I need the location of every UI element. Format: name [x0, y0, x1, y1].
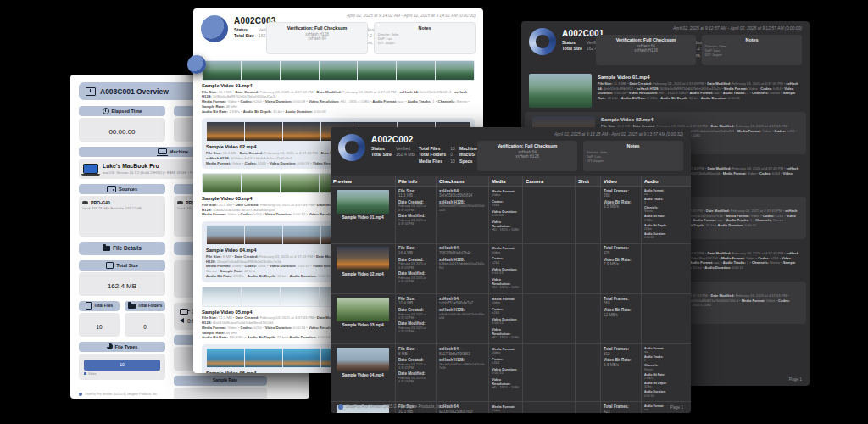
- field-value: 0:00:10: [644, 394, 688, 398]
- macbook-icon: [83, 164, 98, 174]
- shot-cell: [575, 344, 600, 401]
- film-frame-ski: [242, 287, 280, 306]
- field-value: 0:00:10: [492, 371, 520, 376]
- column-header-video: Video: [600, 176, 641, 186]
- report-header: A002C002 StatusVerifiedTotal Files10Mach…: [331, 127, 691, 176]
- field: Audio Format:aac: [644, 347, 688, 354]
- column-header-preview: Preview: [331, 176, 395, 186]
- field: xxHash 64:7082f9b8fa6d7b4c: [439, 246, 486, 255]
- video-filename: Sample Video 02.mp4: [333, 272, 392, 276]
- film-frame-ski: [203, 287, 241, 306]
- meta-label: Audio Bit Depth:: [660, 96, 687, 100]
- column-header-checksum: Checksum: [436, 176, 488, 186]
- video-thumbnail-mountain: [337, 190, 389, 214]
- meta-label: Date Modified:: [707, 166, 731, 170]
- camera-cell: [522, 294, 575, 343]
- folder-icon: [128, 304, 136, 309]
- meta-label: xxHash 64:: [399, 90, 419, 94]
- file-info-cell: File Size:10.4 MBDate Created:February 0…: [395, 294, 436, 343]
- field: Date Created:February 03, 2025 at 4:37:4…: [398, 258, 433, 270]
- shot-cell: [575, 244, 600, 293]
- card-label: Total Files: [94, 304, 113, 308]
- report-date-range: April 02, 2025 at 9:14:02 AM - April 02,…: [347, 13, 476, 18]
- meta-label: Audio Duration:: [286, 109, 313, 114]
- meta-label: Video Duration:: [265, 326, 292, 330]
- video-cell: Total Frames:369Video Bit Rate:12 MB/s: [600, 294, 641, 343]
- meta-label: Audio Format:: [372, 99, 397, 103]
- meta-label: Audio Format:: [689, 260, 713, 265]
- meta-label: xxHash H128:: [637, 86, 659, 91]
- field-value: February 03, 2025 at 4:37:43 PM: [398, 276, 433, 283]
- field: Date Modified:February 03, 2025 at 4:37:…: [398, 371, 433, 383]
- meta-label: Codec:: [778, 298, 790, 303]
- field: Codec:h264: [492, 357, 520, 365]
- meta-label: Date Created:: [240, 151, 264, 155]
- meta-label: Media Format:: [206, 161, 231, 165]
- field-value: 1: [644, 201, 688, 204]
- notes-box: Notes Director: JohnDoP: LuisDIT: Jasper: [374, 22, 476, 54]
- checksum-cell: xxHash 64:3efe55b3c89b5814xxHash H128:50…: [436, 187, 488, 243]
- field: File Size:16.4 MB: [398, 246, 433, 255]
- note-line: DIT: Jasper: [705, 53, 798, 57]
- field-value: e2b4b2a5d2a8bc3b50f72b4fa8f4ea0d: [439, 313, 486, 320]
- meta-label: Codec:: [760, 171, 771, 176]
- meta-label: Video Duration:: [265, 212, 292, 216]
- meta-label: Channels:: [752, 260, 769, 265]
- meta-label: Video Duration:: [270, 264, 297, 268]
- video-cell: Total Frames:268Video Bit Rate:9.5 MB/s: [600, 187, 641, 243]
- table-body: Sample Video 01.mp4File Size:11.3 MBDate…: [331, 187, 691, 413]
- meta-label: Channels:: [438, 99, 456, 103]
- meta-label: Codec:: [240, 326, 253, 330]
- file-icon: [86, 302, 92, 310]
- field: Media Format:Video: [492, 347, 520, 355]
- meta-label: Video Duration:: [265, 99, 292, 103]
- field-value: February 03, 2025 at 4:37:43 PM: [398, 363, 433, 370]
- field-value: 31.3 MB: [398, 410, 433, 413]
- shot-cell: [575, 187, 600, 243]
- meta-label: Media Format:: [206, 264, 231, 268]
- field: Codec:h264: [492, 199, 520, 208]
- film-frame-coast: [283, 349, 320, 367]
- sample-rate-value: 48 kHz: [212, 399, 229, 399]
- file-types-bar: 10: [84, 360, 160, 371]
- meta-label: Audio Tracks:: [408, 99, 431, 103]
- field-value: 921b70a25db37b1f: [439, 410, 486, 413]
- field-value: HD - 1920 x 1080: [492, 286, 520, 290]
- video-camera-icon: [180, 309, 188, 315]
- meta-label: Audio Tracks:: [726, 218, 749, 222]
- meta-label: Audio Bit Rate:: [206, 274, 232, 278]
- page-corner-logo: [187, 55, 206, 74]
- field: Media Format:Video: [492, 297, 520, 305]
- video-filename: Sample Video 02.mp4: [601, 117, 798, 122]
- film-frame-coast: [207, 349, 244, 367]
- media-list-text: Sample Video 01.mp4File Size: 11.3 MB • …: [598, 74, 802, 101]
- file-info-cell: File Size:8 MBDate Created:February 03, …: [395, 344, 436, 401]
- meta-label: Codec:: [758, 256, 770, 260]
- header-meta-grid: StatusVerifiedTotal Files13MachineLuke's…: [234, 28, 260, 46]
- verification-title: Verification: Full Checksum: [481, 143, 574, 148]
- report-footer: ShotPut Pro Version 2025.0.4 | Imagine P…: [338, 404, 683, 410]
- field-value: 1: [644, 359, 688, 362]
- field: Total Frames:312: [604, 347, 638, 356]
- field-value: 2 KB/s: [644, 219, 688, 222]
- film-frame-mountain: [203, 61, 241, 80]
- meta-label: Media Format:: [723, 171, 747, 176]
- meta-label: Codec:: [240, 212, 253, 216]
- film-frame-coast: [245, 349, 282, 367]
- field-value: Video: [492, 301, 520, 305]
- table-row: Sample Video 02.mp4File Size:16.4 MBDate…: [331, 244, 691, 294]
- film-frame-city: [207, 122, 244, 141]
- card-label: Total Size: [116, 263, 138, 268]
- field: xxHash H128:5090e0a9d99750d007b0e065f0e4…: [439, 200, 486, 212]
- field: Channels:Stereo: [644, 206, 688, 213]
- page-number: Page 1: [789, 377, 802, 382]
- verification-box: Verification: Full Checksum xxHash 64xxH…: [596, 35, 696, 65]
- note-line: DIT: Jasper: [587, 159, 680, 163]
- audio-cell: Audio Format:aacAudio Tracks:1Channels:S…: [641, 344, 691, 401]
- video-filename: Sample Video 04.mp4: [333, 373, 392, 377]
- report-date-range: April 02, 2025 at 9:12:57 AM - April 02,…: [673, 25, 802, 31]
- table-report-page: A002C002 StatusVerifiedTotal Files10Mach…: [331, 127, 691, 413]
- field-value: 8117f3b8d79f35f3: [439, 352, 486, 357]
- field-value: 476: [604, 251, 638, 256]
- sources-card: Sources PRO-G40 Used: 466.78 GB • Availa…: [79, 184, 165, 237]
